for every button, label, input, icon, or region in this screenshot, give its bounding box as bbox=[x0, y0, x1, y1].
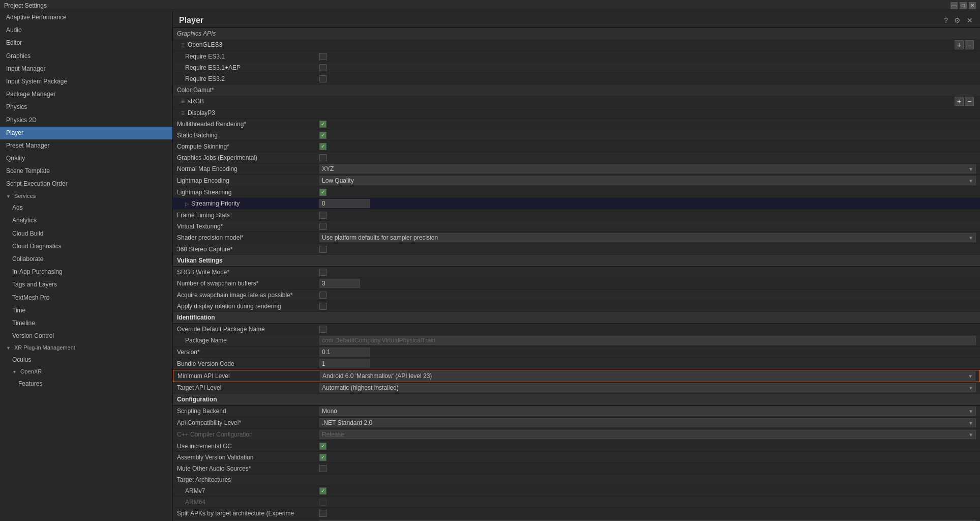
virtual-texturing-checkbox[interactable] bbox=[319, 223, 326, 230]
main-content: Player ? ⚙ ✕ Graphics APIs ≡ OpenGLES3 +… bbox=[173, 11, 980, 521]
cpp-compiler-arrow: ▼ bbox=[968, 432, 973, 438]
stereo-capture-checkbox[interactable] bbox=[319, 246, 326, 253]
armv7-checkbox[interactable] bbox=[319, 487, 326, 495]
sidebar-item-features[interactable]: Features bbox=[0, 378, 172, 390]
sidebar-item-script-execution-order[interactable]: Script Execution Order bbox=[0, 178, 172, 190]
cpp-compiler-configuration-value: Release bbox=[322, 431, 344, 438]
opengles3-icon: ≡ bbox=[181, 41, 185, 48]
sidebar-item-version-control[interactable]: Version Control bbox=[0, 330, 172, 342]
normal-map-encoding-select[interactable]: XYZ ▼ bbox=[319, 164, 976, 173]
sidebar-item-collaborate[interactable]: Collaborate bbox=[0, 253, 172, 266]
shader-precision-model-select[interactable]: Use platform defaults for sampler precis… bbox=[319, 233, 976, 242]
scripting-backend-select[interactable]: Mono ▼ bbox=[319, 407, 976, 416]
lightmap-encoding-select[interactable]: Low Quality ▼ bbox=[319, 176, 976, 185]
use-incremental-gc-checkbox[interactable] bbox=[319, 443, 326, 450]
normal-map-encoding-value: XYZ bbox=[322, 165, 334, 172]
require-es31-checkbox[interactable] bbox=[319, 53, 326, 60]
sidebar-item-ads[interactable]: Ads bbox=[0, 201, 172, 214]
stereo-capture-row: 360 Stereo Capture* bbox=[173, 244, 980, 255]
target-api-level-arrow: ▼ bbox=[968, 385, 973, 391]
mute-other-audio-sources-checkbox[interactable] bbox=[319, 465, 326, 472]
sidebar-item-player[interactable]: Player bbox=[0, 127, 172, 139]
bundle-version-code-row: Bundle Version Code 1 bbox=[173, 358, 980, 370]
api-compatibility-level-select[interactable]: .NET Standard 2.0 ▼ bbox=[319, 418, 976, 427]
split-apks-label: Split APKs by target architecture (Exper… bbox=[177, 510, 319, 517]
sidebar-item-scene-template[interactable]: Scene Template bbox=[0, 165, 172, 178]
virtual-texturing-label: Virtual Texturing* bbox=[177, 223, 319, 230]
sidebar-item-tags-and-layers[interactable]: Tags and Layers bbox=[0, 278, 172, 291]
override-package-name-checkbox[interactable] bbox=[319, 326, 326, 333]
frame-timing-stats-row: Frame Timing Stats bbox=[173, 210, 980, 221]
graphics-jobs-checkbox[interactable] bbox=[319, 154, 326, 161]
maximize-button[interactable]: □ bbox=[960, 2, 967, 9]
sidebar-item-xr-plugin-management[interactable]: ▼ XR Plug-in Management bbox=[0, 342, 172, 354]
version-field[interactable]: 0.1 bbox=[319, 348, 370, 357]
cpp-compiler-configuration-select[interactable]: Release ▼ bbox=[319, 430, 976, 439]
bundle-version-code-field[interactable]: 1 bbox=[319, 359, 370, 368]
streaming-priority-field[interactable]: 0 bbox=[319, 199, 370, 208]
sidebar-item-cloud-build[interactable]: Cloud Build bbox=[0, 227, 172, 240]
sidebar-item-analytics[interactable]: Analytics bbox=[0, 214, 172, 227]
sidebar-item-physics[interactable]: Physics bbox=[0, 101, 172, 113]
sidebar-item-adaptive-performance[interactable]: Adaptive Performance bbox=[0, 11, 172, 24]
help-icon-button[interactable]: ? bbox=[943, 15, 949, 25]
remove-color-gamut-button[interactable]: − bbox=[965, 97, 974, 106]
virtual-texturing-row: Virtual Texturing* bbox=[173, 221, 980, 232]
lightmap-streaming-checkbox[interactable] bbox=[319, 189, 326, 196]
minimize-button[interactable]: — bbox=[951, 2, 958, 9]
sidebar-item-physics-2d[interactable]: Physics 2D bbox=[0, 114, 172, 127]
scripting-backend-row: Scripting Backend Mono ▼ bbox=[173, 406, 980, 417]
sidebar-item-input-system-package[interactable]: Input System Package bbox=[0, 75, 172, 88]
minimum-api-level-select[interactable]: Android 6.0 'Marshmallow' (API level 23)… bbox=[320, 371, 975, 381]
split-apks-checkbox[interactable] bbox=[319, 510, 326, 517]
apply-display-rotation-checkbox[interactable] bbox=[319, 303, 326, 310]
mute-other-audio-sources-label: Mute Other Audio Sources* bbox=[177, 465, 319, 472]
target-api-level-value: Automatic (highest installed) bbox=[322, 384, 399, 391]
add-graphics-api-button[interactable]: + bbox=[955, 40, 964, 49]
require-es32-checkbox[interactable] bbox=[319, 75, 326, 82]
sidebar-item-openxr[interactable]: ▼ OpenXR bbox=[0, 366, 172, 378]
package-name-field[interactable]: com.DefaultCompany.VirtualPhysicalTrain bbox=[319, 336, 976, 345]
api-compatibility-level-label: Api Compatibility Level* bbox=[177, 419, 319, 426]
sidebar-item-package-manager[interactable]: Package Manager bbox=[0, 88, 172, 101]
normal-map-encoding-arrow: ▼ bbox=[968, 166, 973, 172]
sidebar-item-input-manager[interactable]: Input Manager bbox=[0, 63, 172, 75]
multithreaded-rendering-checkbox[interactable] bbox=[319, 121, 326, 128]
assembly-version-validation-checkbox[interactable] bbox=[319, 454, 326, 461]
settings-icon-button[interactable]: ⚙ bbox=[953, 15, 962, 25]
sidebar-item-cloud-diagnostics[interactable]: Cloud Diagnostics bbox=[0, 240, 172, 253]
srgb-write-mode-checkbox[interactable] bbox=[319, 269, 326, 276]
compute-skinning-checkbox[interactable] bbox=[319, 143, 326, 150]
sidebar-item-time[interactable]: Time bbox=[0, 304, 172, 317]
package-name-label: Package Name bbox=[177, 337, 319, 344]
sidebar-item-quality[interactable]: Quality bbox=[0, 152, 172, 165]
sidebar-item-editor[interactable]: Editor bbox=[0, 37, 172, 49]
split-apks-row: Split APKs by target architecture (Exper… bbox=[173, 508, 980, 519]
sidebar-item-graphics[interactable]: Graphics bbox=[0, 50, 172, 63]
normal-map-encoding-row: Normal Map Encoding XYZ ▼ bbox=[173, 163, 980, 175]
close-button[interactable]: ✕ bbox=[969, 2, 976, 9]
sidebar-item-timeline[interactable]: Timeline bbox=[0, 317, 172, 330]
sidebar-item-oculus[interactable]: Oculus bbox=[0, 354, 172, 366]
require-es31aep-checkbox[interactable] bbox=[319, 64, 326, 71]
sidebar-item-textmesh-pro[interactable]: TextMesh Pro bbox=[0, 292, 172, 304]
sidebar-item-services[interactable]: ▼ Services bbox=[0, 191, 172, 202]
arm64-checkbox[interactable] bbox=[319, 499, 326, 506]
acquire-swapchain-checkbox[interactable] bbox=[319, 292, 326, 299]
frame-timing-stats-checkbox[interactable] bbox=[319, 212, 326, 219]
version-value: 0.1 bbox=[322, 349, 331, 356]
swapchain-buffers-field[interactable]: 3 bbox=[319, 279, 360, 288]
add-color-gamut-button[interactable]: + bbox=[955, 97, 964, 106]
api-compatibility-level-value: .NET Standard 2.0 bbox=[322, 419, 372, 426]
bundle-version-code-value: 1 bbox=[322, 360, 325, 367]
remove-graphics-api-button[interactable]: − bbox=[965, 40, 974, 49]
sidebar-item-audio[interactable]: Audio bbox=[0, 24, 172, 37]
target-api-level-select[interactable]: Automatic (highest installed) ▼ bbox=[319, 383, 976, 392]
content-body: Graphics APIs ≡ OpenGLES3 + − Require ES… bbox=[173, 28, 980, 521]
opengles3-row: ≡ OpenGLES3 + − bbox=[173, 39, 980, 51]
close-panel-button[interactable]: ✕ bbox=[966, 15, 974, 25]
sidebar-item-preset-manager[interactable]: Preset Manager bbox=[0, 139, 172, 152]
static-batching-checkbox[interactable] bbox=[319, 132, 326, 139]
acquire-swapchain-row: Acquire swapchain image late as possible… bbox=[173, 290, 980, 301]
sidebar-item-in-app-purchasing[interactable]: In-App Purchasing bbox=[0, 266, 172, 278]
